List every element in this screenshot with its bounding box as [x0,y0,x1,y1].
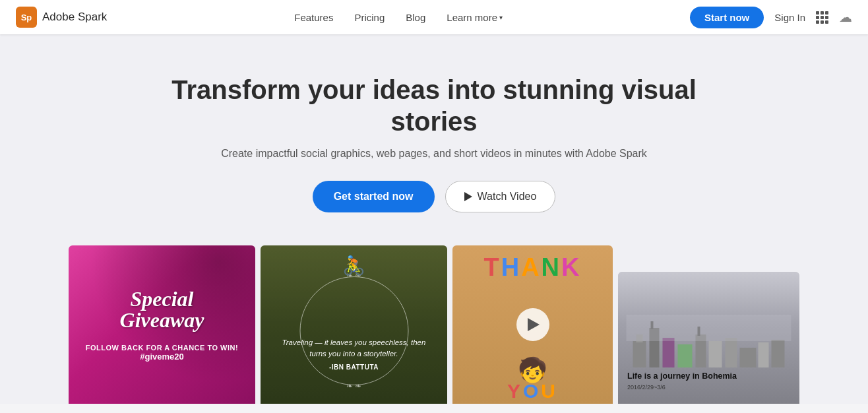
start-now-button[interactable]: Start now [690,7,764,28]
card3-play-button[interactable] [516,308,549,341]
card3-t: T [483,253,501,281]
svg-rect-13 [627,315,791,341]
card4-title: Life is a journey in Bohemia [627,371,790,381]
hero-section: Transform your ideas into stunning visua… [0,34,868,245]
card1-giveaway-text: Giveaway [120,309,204,331]
svg-rect-4 [663,338,675,367]
svg-rect-11 [759,342,769,367]
play-triangle-icon [528,318,540,331]
card1-special-text: Special [120,288,204,309]
gallery-item-travel: 🚴 ❧ ❧ ❧ ❧ Traveling — it leaves you spee… [261,245,447,404]
gallery-section: Special Giveaway FOLLOW BACK FOR A CHANC… [0,245,868,404]
card1-hashtag: #giveme20 [140,352,184,362]
nav-learn-more-dropdown[interactable]: Learn more ▾ [447,12,503,23]
nav-pricing[interactable]: Pricing [354,12,385,23]
svg-rect-5 [678,344,693,367]
watch-video-button[interactable]: Watch Video [445,181,556,212]
apps-grid-icon[interactable] [816,11,828,24]
sign-in-link[interactable]: Sign In [774,12,805,23]
adobe-spark-logo-icon: Sp [16,7,37,28]
get-started-button[interactable]: Get started now [313,181,435,212]
hero-subtitle: Create impactful social graphics, web pa… [13,148,855,160]
navbar-right: Start now Sign In ☁ [690,7,852,28]
chevron-down-icon: ▾ [499,14,503,21]
gallery-item-thankyou: THANK 🧒 YOU [452,245,613,404]
card3-h: H [501,253,521,281]
card2-author: -IBN BATTUTA [274,364,434,371]
card2-quote: Traveling — it leaves you speechless, th… [274,337,434,360]
city-skyline-icon [618,315,799,367]
cloud-icon[interactable]: ☁ [839,9,852,25]
card3-k: K [561,253,581,281]
card3-n: N [542,253,561,281]
card3-a: A [521,253,541,281]
card4-date: 2016/2/29~3/6 [627,384,666,391]
gallery-item-bohemia: Life is a journey in Bohemia 2016/2/29~3… [618,272,799,404]
gallery-item-giveaway: Special Giveaway FOLLOW BACK FOR A CHANC… [69,245,255,404]
nav-blog[interactable]: Blog [406,12,425,23]
svg-rect-12 [772,340,785,367]
svg-rect-0 [633,341,646,367]
navbar-brand: Sp Adobe Spark [16,7,107,28]
navbar: Sp Adobe Spark Features Pricing Blog Lea… [0,0,868,34]
brand-name: Adobe Spark [42,11,107,24]
play-icon [464,192,472,201]
svg-rect-9 [726,338,737,367]
navbar-nav: Features Pricing Blog Learn more ▾ [294,12,503,23]
hero-title: Transform your ideas into stunning visua… [164,74,704,137]
nav-features[interactable]: Features [294,12,333,23]
svg-rect-8 [709,341,722,367]
svg-rect-10 [740,348,757,367]
card1-follow-text: FOLLOW BACK FOR A CHANCE TO WIN! [86,344,238,352]
hero-buttons: Get started now Watch Video [13,181,855,212]
